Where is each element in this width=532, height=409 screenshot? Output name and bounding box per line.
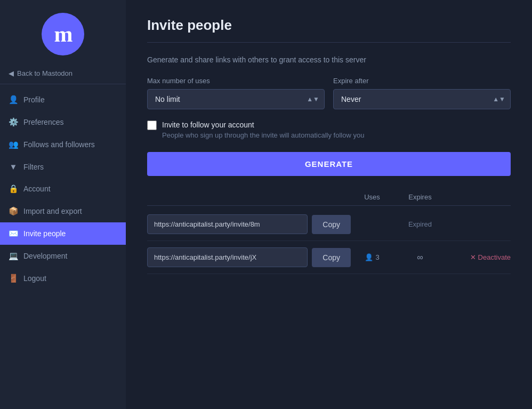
sidebar-item-label: Logout (23, 274, 46, 283)
title-divider (147, 42, 511, 43)
expire-after-select[interactable]: Never 30 minutes 1 hour 6 hours 12 hours… (333, 89, 511, 109)
filter-icon: ▼ (9, 162, 18, 171)
table-row: https://anticapitalist.party/invite/8m C… (147, 208, 511, 241)
invite-url-display: https://anticapitalist.party/invite/8m (147, 214, 308, 234)
sidebar-item-label: Filters (23, 163, 44, 171)
invite-url-group: https://anticapitalist.party/invite/8m C… (147, 214, 351, 234)
max-uses-select[interactable]: No limit 1 use 5 uses 10 uses 25 uses 50… (147, 89, 325, 109)
generate-button[interactable]: GENERATE (147, 152, 511, 176)
sidebar-item-logout[interactable]: 🚪 Logout (0, 267, 126, 290)
users-icon: 👤 (365, 253, 373, 261)
import-export-icon: 📦 (9, 206, 18, 216)
logo-container: m (0, 0, 126, 66)
x-icon: ✕ (470, 253, 476, 261)
sidebar-item-label: Follows and followers (23, 140, 95, 149)
uses-number: 3 (375, 253, 379, 261)
sidebar-item-development[interactable]: 💻 Development (0, 245, 126, 267)
infinity-symbol: ∞ (417, 253, 423, 262)
person-icon: 👤 (9, 95, 18, 105)
sidebar: m ◀ Back to Mastodon 👤 Profile ⚙️ Prefer… (0, 0, 126, 409)
follow-checkbox-row: Invite to follow your account People who… (147, 120, 511, 139)
page-description: Generate and share links with others to … (147, 55, 511, 64)
sidebar-item-account[interactable]: 🔒 Account (0, 178, 126, 200)
sidebar-item-import-export[interactable]: 📦 Import and export (0, 200, 126, 222)
checkbox-hint: People who sign up through the invite wi… (162, 131, 364, 139)
th-uses: Uses (351, 193, 393, 201)
sidebar-item-filters[interactable]: ▼ Filters (0, 156, 126, 178)
invite-url-display: https://anticapitalist.party/invite/jX (147, 247, 308, 267)
sidebar-item-label: Account (23, 185, 51, 193)
sidebar-divider (0, 84, 126, 84)
copy-button[interactable]: Copy (312, 248, 351, 267)
back-to-mastodon-link[interactable]: ◀ Back to Mastodon (9, 69, 117, 77)
th-url (147, 193, 351, 201)
deactivate-button[interactable]: ✕ Deactivate (470, 253, 511, 261)
people-icon: 👥 (9, 140, 18, 149)
table-row: https://anticapitalist.party/invite/jX C… (147, 241, 511, 274)
sidebar-item-label: Development (23, 252, 68, 260)
checkbox-label[interactable]: Invite to follow your account (162, 121, 254, 129)
sidebar-item-follows[interactable]: 👥 Follows and followers (0, 133, 126, 156)
page-title: Invite people (147, 17, 511, 34)
logo: m (42, 13, 84, 55)
expire-after-label: Expire after (333, 77, 511, 85)
form-row: Max number of uses No limit 1 use 5 uses… (147, 77, 511, 109)
main-content: Invite people Generate and share links w… (126, 0, 532, 409)
sidebar-item-label: Profile (23, 95, 45, 104)
deactivate-label: Deactivate (478, 253, 511, 261)
logout-icon: 🚪 (9, 274, 18, 283)
logo-letter: m (54, 23, 72, 45)
expire-after-select-wrapper: Never 30 minutes 1 hour 6 hours 12 hours… (333, 89, 511, 109)
sidebar-item-label: Import and export (23, 207, 82, 215)
expired-badge: Expired (408, 220, 432, 228)
max-uses-select-wrapper: No limit 1 use 5 uses 10 uses 25 uses 50… (147, 89, 325, 109)
code-icon: 💻 (9, 251, 18, 261)
gear-icon: ⚙️ (9, 117, 18, 127)
expire-after-group: Expire after Never 30 minutes 1 hour 6 h… (333, 77, 511, 109)
invite-uses: 👤 3 (351, 253, 393, 261)
back-link-container: ◀ Back to Mastodon (0, 66, 126, 84)
sidebar-item-invite-people[interactable]: ✉️ Invite people (0, 222, 126, 245)
table-header: Uses Expires (147, 193, 511, 206)
chevron-left-icon: ◀ (9, 69, 14, 77)
checkbox-text-group: Invite to follow your account People who… (162, 120, 364, 139)
copy-button[interactable]: Copy (312, 215, 351, 234)
invite-expires: ∞ (393, 253, 447, 262)
invite-expires: Expired (393, 220, 447, 228)
invite-icon: ✉️ (9, 229, 18, 238)
sidebar-nav: 👤 Profile ⚙️ Preferences 👥 Follows and f… (0, 89, 126, 290)
sidebar-item-profile[interactable]: 👤 Profile (0, 89, 126, 111)
th-expires: Expires (393, 193, 447, 201)
lock-icon: 🔒 (9, 184, 18, 194)
max-uses-label: Max number of uses (147, 77, 325, 85)
th-actions (447, 193, 511, 201)
users-count: 👤 3 (351, 253, 393, 261)
sidebar-item-preferences[interactable]: ⚙️ Preferences (0, 111, 126, 133)
sidebar-item-label: Invite people (23, 229, 66, 238)
invites-table: Uses Expires https://anticapitalist.part… (147, 193, 511, 274)
invite-url-group: https://anticapitalist.party/invite/jX C… (147, 247, 351, 267)
sidebar-item-label: Preferences (23, 118, 63, 126)
max-uses-group: Max number of uses No limit 1 use 5 uses… (147, 77, 325, 109)
invite-actions: ✕ Deactivate (447, 253, 511, 261)
follow-checkbox[interactable] (147, 121, 157, 130)
back-link-label: Back to Mastodon (17, 69, 72, 77)
